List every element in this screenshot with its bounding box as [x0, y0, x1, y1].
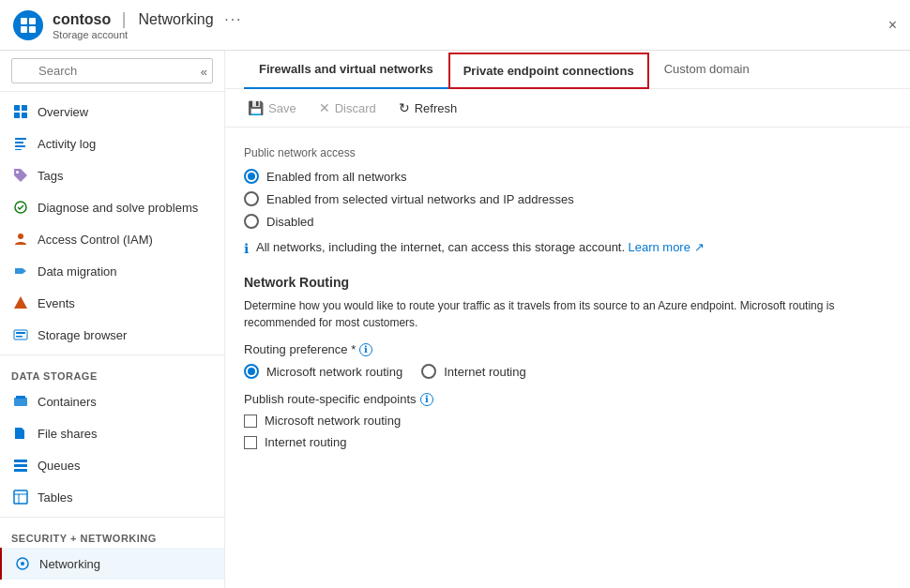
data-migration-icon [11, 262, 30, 280]
publish-label: Publish route-specific endpoints ℹ [244, 392, 891, 406]
title-bar: contoso | Networking ··· Storage account… [0, 0, 910, 51]
page-title: Networking [139, 11, 214, 27]
checkbox-publish-internet[interactable]: Internet routing [244, 435, 891, 449]
radio-microsoft-routing[interactable]: Microsoft network routing [244, 364, 402, 379]
content-area: Firewalls and virtual networks Private e… [225, 51, 910, 588]
queues-icon [11, 456, 30, 475]
checkbox-publish-microsoft[interactable]: Microsoft network routing [244, 414, 891, 428]
save-icon: 💾 [248, 100, 264, 115]
network-routing-section: Network Routing Determine how you would … [244, 275, 891, 449]
tab-custom-domain[interactable]: Custom domain [649, 51, 765, 89]
sidebar-item-tags[interactable]: Tags [0, 159, 224, 191]
sidebar-item-label-diagnose: Diagnose and solve problems [38, 201, 198, 215]
radio-all-networks-label: Enabled from all networks [266, 170, 407, 184]
svg-point-28 [21, 562, 24, 565]
checkbox-publish-microsoft-label: Microsoft network routing [265, 414, 401, 428]
sidebar-item-label-tables: Tables [38, 490, 73, 505]
svg-rect-21 [14, 460, 27, 462]
checkbox-publish-internet-box [244, 436, 257, 449]
svg-rect-22 [14, 464, 27, 467]
publish-options-group: Microsoft network routing Internet routi… [244, 414, 891, 449]
svg-rect-17 [16, 332, 25, 334]
svg-rect-16 [14, 330, 27, 339]
radio-selected-networks[interactable]: Enabled from selected virtual networks a… [244, 191, 891, 206]
radio-disabled[interactable]: Disabled [244, 214, 891, 229]
svg-rect-24 [14, 490, 27, 504]
file-shares-icon [11, 424, 30, 443]
sidebar-item-diagnose[interactable]: Diagnose and solve problems [0, 191, 224, 223]
radio-all-networks-circle [244, 169, 259, 184]
checkbox-publish-microsoft-box [244, 415, 257, 428]
routing-info-icon[interactable]: ℹ [359, 343, 372, 356]
sidebar-item-containers[interactable]: Containers [0, 385, 224, 417]
sidebar-item-networking[interactable]: Networking [0, 548, 224, 580]
containers-icon [11, 392, 30, 411]
svg-rect-2 [21, 26, 27, 33]
subtitle: Storage account [53, 29, 243, 40]
sidebar-item-label-events: Events [38, 296, 75, 310]
sidebar-item-access[interactable]: Access Control (IAM) [0, 223, 224, 255]
title-divider: | [122, 9, 131, 28]
learn-more-link[interactable]: Learn more ↗ [628, 240, 704, 254]
sidebar: 🔍 « Overview Activity log [0, 51, 225, 588]
sidebar-item-storage-browser[interactable]: Storage browser [0, 319, 224, 351]
events-icon [11, 294, 30, 312]
svg-rect-8 [15, 138, 26, 140]
save-button[interactable]: 💾 Save [244, 97, 300, 119]
radio-internet-routing[interactable]: Internet routing [421, 364, 525, 379]
sidebar-item-label-overview: Overview [38, 105, 88, 119]
content-body: Public network access Enabled from all n… [225, 128, 910, 588]
sidebar-item-events[interactable]: Events [0, 287, 224, 319]
refresh-button[interactable]: ↻ Refresh [395, 97, 462, 119]
tags-icon [11, 166, 30, 185]
radio-selected-networks-label: Enabled from selected virtual networks a… [266, 192, 574, 206]
radio-microsoft-routing-circle [244, 364, 259, 379]
radio-internet-routing-label: Internet routing [444, 365, 525, 379]
sidebar-item-label-file-shares: File shares [38, 427, 98, 441]
sidebar-item-label-tags: Tags [38, 169, 63, 183]
sidebar-item-overview[interactable]: Overview [0, 96, 224, 128]
sidebar-item-activity-log[interactable]: Activity log [0, 128, 224, 159]
public-network-radio-group: Enabled from all networks Enabled from s… [244, 169, 891, 229]
security-section-label: Security + networking [0, 521, 224, 548]
network-routing-desc: Determine how you would like to route yo… [244, 297, 891, 331]
overview-icon [11, 102, 30, 121]
access-icon [11, 230, 30, 249]
sidebar-item-queues[interactable]: Queues [0, 449, 224, 481]
publish-info-icon[interactable]: ℹ [420, 393, 433, 406]
main-layout: 🔍 « Overview Activity log [0, 51, 910, 588]
app-logo [13, 10, 43, 40]
checkbox-publish-internet-label: Internet routing [265, 435, 346, 449]
collapse-sidebar-button[interactable]: « [201, 64, 207, 78]
app-name: contoso [53, 11, 111, 27]
public-network-section: Public network access Enabled from all n… [244, 146, 891, 256]
sidebar-item-label-storage-browser: Storage browser [38, 328, 127, 342]
activity-log-icon [11, 134, 30, 153]
sidebar-item-tables[interactable]: Tables [0, 481, 224, 513]
tab-private-endpoints[interactable]: Private endpoint connections [448, 53, 649, 89]
tab-firewalls[interactable]: Firewalls and virtual networks [244, 51, 448, 89]
search-input[interactable] [11, 58, 213, 83]
sidebar-item-file-shares[interactable]: File shares [0, 417, 224, 449]
tabs-bar: Firewalls and virtual networks Private e… [225, 51, 910, 89]
svg-rect-23 [14, 469, 27, 472]
sidebar-search-area: 🔍 « [0, 51, 224, 92]
radio-all-networks[interactable]: Enabled from all networks [244, 169, 891, 184]
close-button[interactable]: × [888, 17, 897, 34]
discard-button[interactable]: ✕ Discard [315, 97, 380, 119]
sidebar-item-azure-cdn[interactable]: Azure CDN [0, 580, 224, 588]
svg-rect-20 [16, 396, 25, 399]
sidebar-nav: Overview Activity log Tags Diagnose and … [0, 92, 224, 588]
svg-rect-7 [22, 113, 27, 118]
more-options-dots[interactable]: ··· [224, 11, 242, 27]
svg-point-14 [18, 234, 23, 239]
storage-browser-icon [11, 325, 30, 344]
sidebar-item-data-migration[interactable]: Data migration [0, 255, 224, 287]
tables-icon [11, 488, 30, 506]
public-network-label: Public network access [244, 146, 891, 159]
sidebar-item-label-access: Access Control (IAM) [38, 233, 153, 247]
radio-microsoft-routing-label: Microsoft network routing [266, 365, 402, 379]
toolbar: 💾 Save ✕ Discard ↻ Refresh [225, 89, 910, 128]
svg-point-12 [16, 171, 19, 173]
svg-rect-3 [29, 26, 36, 33]
